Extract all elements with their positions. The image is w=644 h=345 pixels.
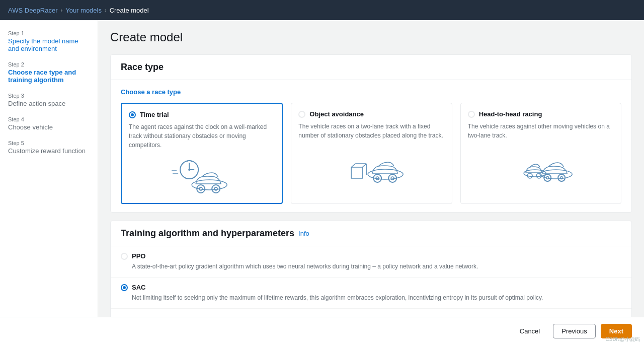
sac-option[interactable]: SAC Not limiting itself to seeking only …	[111, 278, 631, 309]
head-to-head-header: Head-to-head racing	[468, 110, 614, 118]
breadcrumb-chevron-2: ›	[105, 7, 107, 13]
time-trial-image	[129, 156, 275, 196]
previous-button[interactable]: Previous	[553, 324, 596, 338]
object-avoidance-title: Object avoidance	[309, 110, 364, 118]
race-options: Time trial The agent races against the c…	[121, 103, 621, 204]
svg-point-29	[558, 174, 565, 181]
layout: Step 1 Specify the model name and enviro…	[0, 20, 644, 345]
sidebar: Step 1 Specify the model name and enviro…	[0, 20, 98, 345]
svg-point-30	[560, 177, 562, 179]
ppo-desc: A state-of-the-art policy gradient algor…	[121, 262, 621, 271]
main-content: Create model Race type Choose a race typ…	[98, 20, 644, 345]
time-trial-header: Time trial	[129, 111, 275, 118]
step1-label: Step 1	[8, 30, 90, 36]
sidebar-step-3: Step 3 Define action space	[8, 93, 90, 107]
top-bar: AWS DeepRacer › Your models › Create mod…	[0, 0, 644, 20]
time-trial-title: Time trial	[140, 111, 169, 118]
object-avoidance-radio[interactable]	[298, 111, 305, 118]
svg-point-26	[540, 170, 572, 179]
race-option-head-to-head[interactable]: Head-to-head racing The vehicle races ag…	[460, 103, 621, 204]
time-trial-svg	[129, 156, 275, 196]
sac-radio[interactable]	[121, 284, 128, 291]
step4-label: Step 4	[8, 116, 90, 122]
sac-name: SAC	[132, 284, 145, 291]
sidebar-step-4: Step 4 Choose vehicle	[8, 116, 90, 131]
ppo-header: PPO	[121, 252, 621, 260]
head-to-head-radio[interactable]	[468, 111, 475, 118]
head-to-head-title: Head-to-head racing	[479, 110, 542, 118]
step3-label: Step 3	[8, 93, 90, 99]
ppo-name: PPO	[132, 252, 145, 260]
object-avoidance-desc: The vehicle races on a two-lane track wi…	[298, 122, 444, 140]
head-to-head-desc: The vehicle races against other moving v…	[468, 122, 614, 140]
time-trial-radio[interactable]	[129, 111, 136, 118]
object-avoidance-header: Object avoidance	[298, 110, 444, 118]
sac-header: SAC	[121, 284, 621, 291]
sidebar-step-5: Step 5 Customize reward function	[8, 140, 90, 155]
time-trial-desc: The agent races against the clock on a w…	[129, 122, 275, 150]
ppo-radio[interactable]	[121, 253, 128, 260]
choose-race-label: Choose a race type	[121, 88, 621, 96]
step5-title: Customize reward function	[8, 147, 90, 155]
head-to-head-svg	[468, 146, 614, 186]
step1-title[interactable]: Specify the model name and environment	[8, 37, 90, 52]
training-title: Training algorithm and hyperparameters	[121, 228, 294, 239]
svg-rect-13	[351, 167, 362, 178]
watermark: CSDN@小鹿码	[606, 336, 640, 343]
training-algorithm-card: Training algorithm and hyperparameters I…	[110, 221, 632, 331]
ppo-option[interactable]: PPO A state-of-the-art policy gradient a…	[111, 246, 631, 278]
race-type-body: Choose a race type Time trial The agent …	[111, 80, 631, 212]
breadcrumb-your-models[interactable]: Your models	[65, 7, 102, 14]
breadcrumb-deepracer[interactable]: AWS DeepRacer	[8, 7, 58, 14]
step5-label: Step 5	[8, 140, 90, 146]
breadcrumb: AWS DeepRacer › Your models › Create mod…	[8, 7, 149, 14]
cancel-button[interactable]: Cancel	[512, 324, 548, 338]
step2-title: Choose race type and training algorithm	[8, 68, 90, 84]
object-avoidance-image	[298, 146, 444, 186]
step2-label: Step 2	[8, 61, 90, 67]
svg-point-12	[214, 187, 217, 190]
svg-line-14	[351, 164, 355, 167]
race-option-time-trial[interactable]: Time trial The agent races against the c…	[121, 103, 283, 204]
info-link[interactable]: Info	[298, 230, 309, 237]
page-title: Create model	[110, 30, 632, 44]
breadcrumb-current: Create model	[110, 7, 149, 14]
svg-line-15	[362, 164, 366, 167]
race-option-object-avoidance[interactable]: Object avoidance The vehicle races on a …	[291, 103, 452, 204]
training-header-row: Training algorithm and hyperparameters I…	[111, 221, 631, 246]
sac-desc: Not limiting itself to seeking only the …	[121, 293, 621, 302]
head-to-head-image	[468, 146, 614, 186]
breadcrumb-chevron-1: ›	[61, 7, 63, 13]
race-type-card: Race type Choose a race type Time trial …	[110, 54, 632, 213]
race-type-header: Race type	[111, 55, 631, 80]
footer: Cancel Previous Next	[0, 317, 644, 345]
step3-title: Define action space	[8, 100, 90, 107]
sidebar-step-2: Step 2 Choose race type and training alg…	[8, 61, 90, 84]
svg-point-22	[391, 177, 394, 180]
step4-title: Choose vehicle	[8, 123, 90, 131]
object-avoidance-svg	[298, 146, 444, 186]
sidebar-step-1: Step 1 Specify the model name and enviro…	[8, 30, 90, 52]
